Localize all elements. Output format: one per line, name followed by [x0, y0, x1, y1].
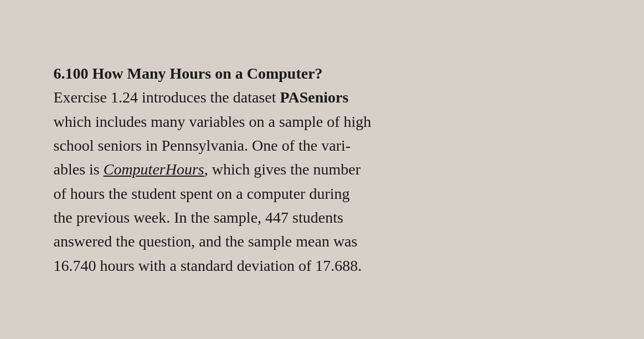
- variable-name: ComputerHours: [104, 161, 204, 178]
- text-block: 6.100 How Many Hours on a Computer? Exer…: [32, 45, 613, 295]
- dataset-name: PASeniors: [280, 89, 348, 106]
- title-bold: How Many Hours on a Computer?: [92, 65, 323, 82]
- problem-number: 6.100: [54, 65, 89, 82]
- paragraph-text: Exercise 1.24 introduces the dataset PAS…: [54, 89, 372, 274]
